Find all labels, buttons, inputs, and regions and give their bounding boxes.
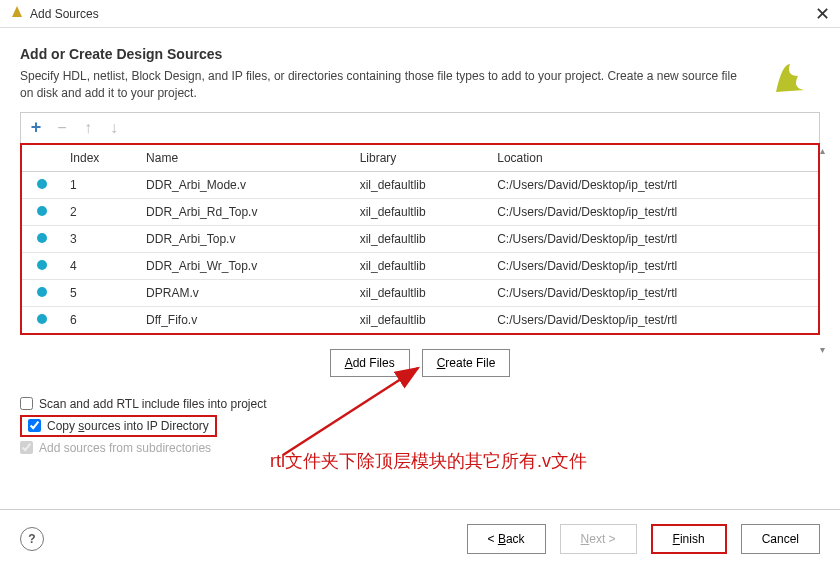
col-index: Index bbox=[62, 145, 138, 172]
file-status-icon bbox=[37, 179, 47, 189]
col-library: Library bbox=[352, 145, 490, 172]
cell-library: xil_defaultlib bbox=[352, 306, 490, 333]
back-button[interactable]: < Back bbox=[467, 524, 546, 554]
table-row[interactable]: 3 DDR_Arbi_Top.v xil_defaultlib C:/Users… bbox=[22, 225, 818, 252]
file-status-icon bbox=[37, 314, 47, 324]
scroll-down-icon[interactable]: ▾ bbox=[820, 344, 825, 355]
file-status-icon bbox=[37, 260, 47, 270]
scroll-up-icon[interactable]: ▴ bbox=[820, 145, 825, 156]
annotation-text: rtl文件夹下除顶层模块的其它所有.v文件 bbox=[270, 449, 587, 473]
table-header-row: Index Name Library Location bbox=[22, 145, 818, 172]
page-title: Add or Create Design Sources bbox=[20, 46, 748, 62]
cell-index: 4 bbox=[62, 252, 138, 279]
cell-name: Dff_Fifo.v bbox=[138, 306, 352, 333]
cell-name: DPRAM.v bbox=[138, 279, 352, 306]
table-toolbar: + − ↑ ↓ bbox=[20, 112, 820, 143]
add-button[interactable]: + bbox=[25, 117, 47, 139]
cell-library: xil_defaultlib bbox=[352, 279, 490, 306]
table-row[interactable]: 5 DPRAM.v xil_defaultlib C:/Users/David/… bbox=[22, 279, 818, 306]
page-description: Specify HDL, netlist, Block Design, and … bbox=[20, 68, 748, 102]
col-location: Location bbox=[489, 145, 818, 172]
app-icon bbox=[10, 5, 24, 22]
cell-index: 6 bbox=[62, 306, 138, 333]
copy-checkbox-row[interactable]: Copy sources into IP Directory bbox=[20, 415, 217, 437]
file-status-icon bbox=[37, 287, 47, 297]
cell-name: DDR_Arbi_Mode.v bbox=[138, 171, 352, 198]
cancel-button[interactable]: Cancel bbox=[741, 524, 820, 554]
copy-label: Copy sources into IP Directory bbox=[47, 419, 209, 433]
cell-name: DDR_Arbi_Wr_Top.v bbox=[138, 252, 352, 279]
finish-button[interactable]: Finish bbox=[651, 524, 727, 554]
next-button: Next > bbox=[560, 524, 637, 554]
titlebar: Add Sources ✕ bbox=[0, 0, 840, 28]
add-files-button[interactable]: Add Files bbox=[330, 349, 410, 377]
help-button[interactable]: ? bbox=[20, 527, 44, 551]
move-down-button[interactable]: ↓ bbox=[103, 117, 125, 139]
cell-name: DDR_Arbi_Rd_Top.v bbox=[138, 198, 352, 225]
vivado-logo-icon bbox=[748, 46, 820, 102]
scrollbar[interactable]: ▴ ▾ bbox=[814, 145, 830, 355]
cell-location: C:/Users/David/Desktop/ip_test/rtl bbox=[489, 252, 818, 279]
footer: ? < Back Next > Finish Cancel bbox=[0, 509, 840, 568]
sources-table: Index Name Library Location 1 DDR_Arbi_M… bbox=[20, 143, 820, 335]
cell-location: C:/Users/David/Desktop/ip_test/rtl bbox=[489, 198, 818, 225]
subdir-checkbox bbox=[20, 441, 33, 454]
file-status-icon bbox=[37, 206, 47, 216]
cell-index: 3 bbox=[62, 225, 138, 252]
remove-button[interactable]: − bbox=[51, 117, 73, 139]
file-status-icon bbox=[37, 233, 47, 243]
table-row[interactable]: 2 DDR_Arbi_Rd_Top.v xil_defaultlib C:/Us… bbox=[22, 198, 818, 225]
scan-checkbox-row[interactable]: Scan and add RTL include files into proj… bbox=[20, 393, 820, 415]
scan-checkbox[interactable] bbox=[20, 397, 33, 410]
cell-index: 5 bbox=[62, 279, 138, 306]
cell-index: 1 bbox=[62, 171, 138, 198]
move-up-button[interactable]: ↑ bbox=[77, 117, 99, 139]
window-title: Add Sources bbox=[30, 7, 99, 21]
cell-index: 2 bbox=[62, 198, 138, 225]
header: Add or Create Design Sources Specify HDL… bbox=[0, 28, 840, 112]
scan-label: Scan and add RTL include files into proj… bbox=[39, 397, 266, 411]
copy-checkbox[interactable] bbox=[28, 419, 41, 432]
col-name: Name bbox=[138, 145, 352, 172]
create-file-button[interactable]: Create File bbox=[422, 349, 511, 377]
cell-library: xil_defaultlib bbox=[352, 252, 490, 279]
cell-library: xil_defaultlib bbox=[352, 225, 490, 252]
subdir-label: Add sources from subdirectories bbox=[39, 441, 211, 455]
table-row[interactable]: 4 DDR_Arbi_Wr_Top.v xil_defaultlib C:/Us… bbox=[22, 252, 818, 279]
cell-library: xil_defaultlib bbox=[352, 198, 490, 225]
cell-name: DDR_Arbi_Top.v bbox=[138, 225, 352, 252]
cell-library: xil_defaultlib bbox=[352, 171, 490, 198]
cell-location: C:/Users/David/Desktop/ip_test/rtl bbox=[489, 279, 818, 306]
close-icon[interactable]: ✕ bbox=[815, 3, 830, 25]
cell-location: C:/Users/David/Desktop/ip_test/rtl bbox=[489, 306, 818, 333]
table-row[interactable]: 6 Dff_Fifo.v xil_defaultlib C:/Users/Dav… bbox=[22, 306, 818, 333]
table-row[interactable]: 1 DDR_Arbi_Mode.v xil_defaultlib C:/User… bbox=[22, 171, 818, 198]
cell-location: C:/Users/David/Desktop/ip_test/rtl bbox=[489, 171, 818, 198]
cell-location: C:/Users/David/Desktop/ip_test/rtl bbox=[489, 225, 818, 252]
